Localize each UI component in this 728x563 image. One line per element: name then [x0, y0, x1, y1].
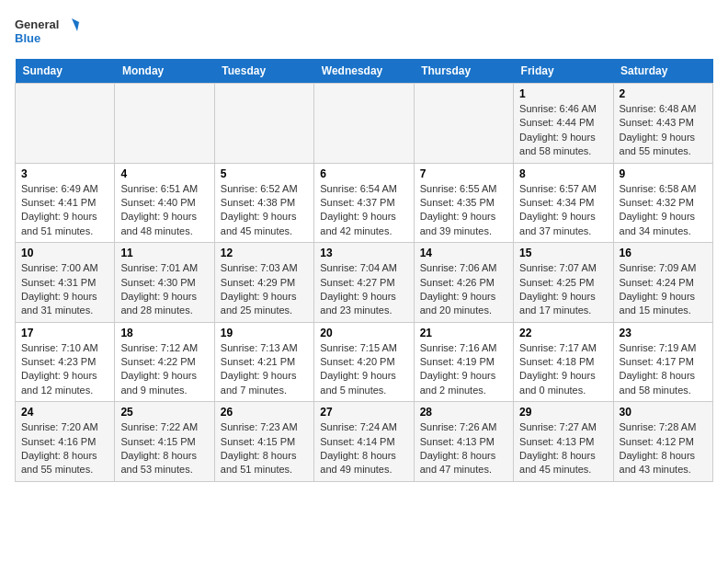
calendar-day-cell: 23Sunrise: 7:19 AMSunset: 4:17 PMDayligh…: [613, 322, 712, 402]
calendar-day-cell: 14Sunrise: 7:06 AMSunset: 4:26 PMDayligh…: [414, 243, 513, 323]
weekday-header-cell: Saturday: [613, 59, 712, 84]
svg-text:General: General: [15, 17, 59, 31]
day-info: Sunrise: 6:58 AMSunset: 4:32 PMDaylight:…: [620, 182, 707, 239]
calendar-day-cell: 27Sunrise: 7:24 AMSunset: 4:14 PMDayligh…: [314, 402, 414, 482]
day-number: 24: [21, 406, 108, 419]
calendar-week-row: 1Sunrise: 6:46 AMSunset: 4:44 PMDaylight…: [16, 84, 713, 164]
calendar-day-cell: 7Sunrise: 6:55 AMSunset: 4:35 PMDaylight…: [414, 163, 513, 243]
calendar-table: SundayMondayTuesdayWednesdayThursdayFrid…: [15, 59, 713, 482]
day-info: Sunrise: 6:48 AMSunset: 4:43 PMDaylight:…: [620, 102, 707, 159]
day-number: 22: [519, 327, 607, 339]
svg-text:Blue: Blue: [15, 31, 40, 45]
day-number: 21: [420, 327, 507, 339]
calendar-day-cell: [16, 84, 115, 164]
day-info: Sunrise: 7:17 AMSunset: 4:18 PMDaylight:…: [519, 341, 607, 398]
calendar-day-cell: 26Sunrise: 7:23 AMSunset: 4:15 PMDayligh…: [214, 402, 313, 482]
day-number: 29: [519, 406, 607, 419]
day-info: Sunrise: 7:00 AMSunset: 4:31 PMDaylight:…: [21, 261, 108, 318]
calendar-day-cell: 5Sunrise: 6:52 AMSunset: 4:38 PMDaylight…: [214, 163, 313, 243]
day-info: Sunrise: 7:01 AMSunset: 4:30 PMDaylight:…: [120, 261, 208, 318]
calendar-day-cell: 11Sunrise: 7:01 AMSunset: 4:30 PMDayligh…: [115, 243, 214, 323]
calendar-day-cell: 17Sunrise: 7:10 AMSunset: 4:23 PMDayligh…: [16, 322, 115, 402]
day-info: Sunrise: 7:09 AMSunset: 4:24 PMDaylight:…: [620, 261, 707, 318]
day-number: 4: [120, 167, 208, 180]
calendar-day-cell: [115, 84, 214, 164]
day-number: 28: [420, 406, 507, 419]
calendar-week-row: 3Sunrise: 6:49 AMSunset: 4:41 PMDaylight…: [16, 163, 713, 243]
calendar-day-cell: 20Sunrise: 7:15 AMSunset: 4:20 PMDayligh…: [314, 322, 414, 402]
day-number: 9: [620, 167, 707, 180]
weekday-header-cell: Friday: [514, 59, 613, 84]
day-number: 6: [320, 167, 407, 180]
day-number: 26: [221, 406, 308, 419]
day-number: 20: [320, 327, 407, 339]
day-number: 18: [120, 327, 208, 339]
day-number: 19: [221, 327, 308, 339]
calendar-day-cell: 25Sunrise: 7:22 AMSunset: 4:15 PMDayligh…: [115, 402, 214, 482]
day-info: Sunrise: 7:07 AMSunset: 4:25 PMDaylight:…: [519, 261, 607, 318]
day-info: Sunrise: 6:46 AMSunset: 4:44 PMDaylight:…: [519, 102, 607, 159]
calendar-day-cell: [214, 84, 313, 164]
day-number: 5: [221, 167, 308, 180]
day-info: Sunrise: 6:54 AMSunset: 4:37 PMDaylight:…: [320, 182, 407, 239]
day-number: 30: [620, 406, 707, 419]
day-info: Sunrise: 7:13 AMSunset: 4:21 PMDaylight:…: [221, 341, 308, 398]
calendar-day-cell: 22Sunrise: 7:17 AMSunset: 4:18 PMDayligh…: [514, 322, 613, 402]
day-number: 3: [21, 167, 108, 180]
calendar-day-cell: 18Sunrise: 7:12 AMSunset: 4:22 PMDayligh…: [115, 322, 214, 402]
calendar-day-cell: 16Sunrise: 7:09 AMSunset: 4:24 PMDayligh…: [613, 243, 712, 323]
calendar-day-cell: 10Sunrise: 7:00 AMSunset: 4:31 PMDayligh…: [16, 243, 115, 323]
day-info: Sunrise: 7:27 AMSunset: 4:13 PMDaylight:…: [519, 420, 607, 477]
calendar-day-cell: 28Sunrise: 7:26 AMSunset: 4:13 PMDayligh…: [414, 402, 513, 482]
day-number: 7: [420, 167, 507, 180]
calendar-day-cell: 19Sunrise: 7:13 AMSunset: 4:21 PMDayligh…: [214, 322, 313, 402]
day-number: 2: [620, 87, 707, 100]
calendar-day-cell: [314, 84, 414, 164]
day-info: Sunrise: 7:06 AMSunset: 4:26 PMDaylight:…: [420, 261, 507, 318]
weekday-header-cell: Thursday: [414, 59, 513, 84]
calendar-day-cell: 1Sunrise: 6:46 AMSunset: 4:44 PMDaylight…: [514, 84, 613, 164]
calendar-week-row: 24Sunrise: 7:20 AMSunset: 4:16 PMDayligh…: [16, 402, 713, 482]
logo-svg: GeneralBlue: [15, 15, 88, 48]
day-number: 8: [519, 167, 607, 180]
day-info: Sunrise: 6:57 AMSunset: 4:34 PMDaylight:…: [519, 182, 607, 239]
calendar-day-cell: 15Sunrise: 7:07 AMSunset: 4:25 PMDayligh…: [514, 243, 613, 323]
day-info: Sunrise: 6:49 AMSunset: 4:41 PMDaylight:…: [21, 182, 108, 239]
calendar-day-cell: 21Sunrise: 7:16 AMSunset: 4:19 PMDayligh…: [414, 322, 513, 402]
calendar-day-cell: 9Sunrise: 6:58 AMSunset: 4:32 PMDaylight…: [613, 163, 712, 243]
weekday-header-cell: Tuesday: [214, 59, 313, 84]
day-number: 13: [320, 247, 407, 259]
calendar-day-cell: 6Sunrise: 6:54 AMSunset: 4:37 PMDaylight…: [314, 163, 414, 243]
calendar-week-row: 17Sunrise: 7:10 AMSunset: 4:23 PMDayligh…: [16, 322, 713, 402]
day-info: Sunrise: 7:26 AMSunset: 4:13 PMDaylight:…: [420, 420, 507, 477]
day-number: 16: [620, 247, 707, 259]
calendar-day-cell: 8Sunrise: 6:57 AMSunset: 4:34 PMDaylight…: [514, 163, 613, 243]
calendar-day-cell: 3Sunrise: 6:49 AMSunset: 4:41 PMDaylight…: [16, 163, 115, 243]
page-header: GeneralBlue: [15, 15, 713, 48]
day-info: Sunrise: 7:24 AMSunset: 4:14 PMDaylight:…: [320, 420, 407, 477]
calendar-body: 1Sunrise: 6:46 AMSunset: 4:44 PMDaylight…: [16, 84, 713, 482]
day-number: 27: [320, 406, 407, 419]
day-info: Sunrise: 7:12 AMSunset: 4:22 PMDaylight:…: [120, 341, 208, 398]
day-info: Sunrise: 7:20 AMSunset: 4:16 PMDaylight:…: [21, 420, 108, 477]
day-number: 15: [519, 247, 607, 259]
day-info: Sunrise: 7:28 AMSunset: 4:12 PMDaylight:…: [620, 420, 707, 477]
day-info: Sunrise: 7:04 AMSunset: 4:27 PMDaylight:…: [320, 261, 407, 318]
svg-marker-2: [72, 18, 86, 31]
day-info: Sunrise: 7:15 AMSunset: 4:20 PMDaylight:…: [320, 341, 407, 398]
day-info: Sunrise: 7:19 AMSunset: 4:17 PMDaylight:…: [620, 341, 707, 398]
calendar-day-cell: 2Sunrise: 6:48 AMSunset: 4:43 PMDaylight…: [613, 84, 712, 164]
day-info: Sunrise: 6:52 AMSunset: 4:38 PMDaylight:…: [221, 182, 308, 239]
calendar-day-cell: 30Sunrise: 7:28 AMSunset: 4:12 PMDayligh…: [613, 402, 712, 482]
calendar-day-cell: 4Sunrise: 6:51 AMSunset: 4:40 PMDaylight…: [115, 163, 214, 243]
day-info: Sunrise: 7:16 AMSunset: 4:19 PMDaylight:…: [420, 341, 507, 398]
day-number: 14: [420, 247, 507, 259]
calendar-day-cell: 24Sunrise: 7:20 AMSunset: 4:16 PMDayligh…: [16, 402, 115, 482]
weekday-header-cell: Sunday: [16, 59, 115, 84]
weekday-header-cell: Wednesday: [314, 59, 414, 84]
day-info: Sunrise: 7:03 AMSunset: 4:29 PMDaylight:…: [221, 261, 308, 318]
calendar-day-cell: 29Sunrise: 7:27 AMSunset: 4:13 PMDayligh…: [514, 402, 613, 482]
weekday-header-cell: Monday: [115, 59, 214, 84]
calendar-day-cell: 13Sunrise: 7:04 AMSunset: 4:27 PMDayligh…: [314, 243, 414, 323]
calendar-week-row: 10Sunrise: 7:00 AMSunset: 4:31 PMDayligh…: [16, 243, 713, 323]
